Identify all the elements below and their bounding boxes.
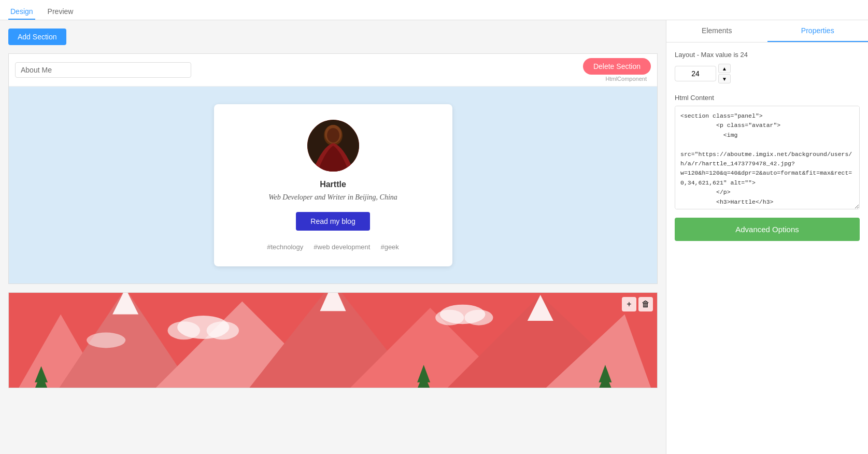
svg-point-4 — [327, 128, 339, 143]
add-element-button[interactable]: + — [622, 297, 636, 311]
layout-section: Layout - Max value is 24 ▲ ▼ — [675, 51, 860, 83]
code-editor[interactable]: <section class="panel"> <p class="avatar… — [675, 106, 860, 209]
person-title: Web Developer and Writer in Beijing, Chi… — [235, 193, 432, 202]
add-section-button[interactable]: Add Section — [8, 29, 66, 45]
right-panel: Elements Properties Layout - Max value i… — [666, 20, 868, 454]
canvas-area: Add Section Delete Section HtmlComponent — [0, 20, 666, 454]
svg-point-23 — [167, 321, 200, 339]
person-name: Harttle — [235, 180, 432, 189]
svg-point-24 — [207, 321, 239, 339]
delete-section-button[interactable]: Delete Section — [583, 58, 651, 75]
section-header: Delete Section HtmlComponent — [9, 54, 657, 87]
layout-spinner: ▲ ▼ — [675, 64, 860, 83]
svg-point-26 — [435, 310, 464, 325]
about-me-content: Harttle Web Developer and Writer in Beij… — [9, 87, 657, 283]
panel-tabs: Elements Properties — [666, 20, 868, 42]
avatar — [307, 120, 359, 172]
landscape-svg — [9, 293, 657, 388]
advanced-options-button[interactable]: Advanced Options — [675, 218, 860, 241]
html-component-label: HtmlComponent — [606, 76, 647, 82]
landscape-section-actions: + 🗑 — [622, 297, 653, 311]
tab-elements[interactable]: Elements — [666, 20, 767, 42]
about-me-card: Harttle Web Developer and Writer in Beij… — [214, 104, 452, 266]
delete-element-button[interactable]: 🗑 — [638, 297, 653, 311]
section-title-input[interactable] — [15, 62, 191, 78]
html-content-label: Html Content — [675, 94, 860, 102]
tab-design[interactable]: Design — [8, 4, 35, 20]
top-tabs-bar: Design Preview — [0, 0, 868, 20]
tags-container: #technology #web development #geek — [235, 243, 432, 251]
tag-geek: #geek — [380, 243, 399, 251]
spinner-arrows: ▲ ▼ — [718, 64, 731, 83]
panel-body: Layout - Max value is 24 ▲ ▼ Html Conten… — [666, 42, 868, 454]
tag-technology: #technology — [267, 243, 303, 251]
landscape-section-wrapper: + 🗑 — [8, 292, 658, 388]
layout-label: Layout - Max value is 24 — [675, 51, 860, 59]
tag-web-development: #web development — [314, 243, 370, 251]
svg-point-28 — [87, 332, 125, 348]
main-layout: Add Section Delete Section HtmlComponent — [0, 20, 868, 454]
read-blog-button[interactable]: Read my blog — [296, 212, 369, 231]
html-content-section: Html Content <section class="panel"> <p … — [675, 94, 860, 211]
avatar-svg — [307, 120, 359, 172]
spinner-up[interactable]: ▲ — [718, 64, 731, 73]
layout-value-input[interactable] — [675, 66, 716, 81]
tab-properties[interactable]: Properties — [767, 20, 869, 42]
svg-point-27 — [464, 310, 493, 325]
spinner-down[interactable]: ▼ — [718, 74, 731, 83]
tab-preview[interactable]: Preview — [46, 4, 76, 20]
about-me-section-wrapper: Delete Section HtmlComponent — [8, 53, 658, 284]
